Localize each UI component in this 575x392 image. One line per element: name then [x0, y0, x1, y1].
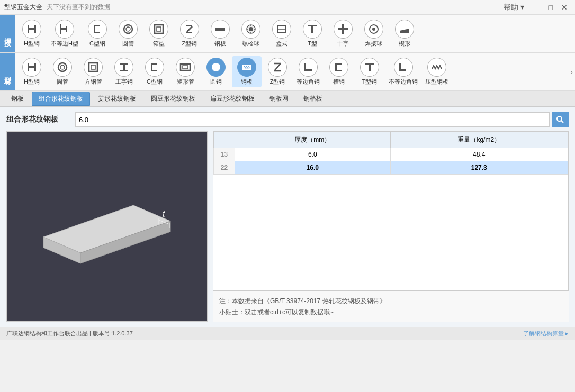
svg-rect-11 — [155, 25, 163, 33]
footer: 广联达钢结构和工作台联合出品 | 版本号:1.2.0.37 了解钢结构算量 ▸ — [0, 327, 575, 340]
svg-rect-16 — [215, 28, 225, 31]
tool-welding-c-steel[interactable]: C型钢 — [83, 18, 112, 49]
svg-rect-44 — [151, 70, 157, 71]
tool-material-unequal-angle[interactable]: 不等边角钢 — [385, 56, 421, 87]
tool-material-equal-angle[interactable]: 等边角钢 — [293, 56, 323, 87]
c-steel-icon — [88, 20, 107, 39]
search-input[interactable] — [75, 112, 550, 127]
tool-material-round-steel[interactable]: 圆钢 — [201, 56, 231, 87]
tool-material-slot-steel[interactable]: 槽钢 — [324, 56, 354, 87]
tool-welding-t-shape[interactable]: T型 — [298, 18, 327, 49]
tool-material-c-steel[interactable]: C型钢 — [140, 56, 169, 87]
svg-rect-46 — [183, 66, 188, 69]
tool-material-z-steel-label: Z型钢 — [270, 78, 285, 86]
tab-ginger-pattern[interactable]: 姜形花纹钢板 — [91, 92, 143, 106]
material-equal-angle-icon — [299, 58, 318, 77]
welding-items: H型钢 不等边H型 C型钢 圆管 箱型 — [15, 15, 575, 52]
h-beam-icon — [22, 20, 41, 39]
svg-point-30 — [372, 28, 375, 31]
tool-welding-z-steel[interactable]: Z型钢 — [175, 18, 204, 49]
tool-material-h-beam[interactable]: H型钢 — [17, 56, 47, 87]
material-items: H型钢 圆管 方钢管 工字钢 C型钢 — [15, 53, 568, 90]
note-1: 注：本数据来自《GB/T 33974-2017 热轧花纹钢板及钢带》 — [219, 296, 562, 306]
svg-rect-38 — [91, 65, 95, 69]
tool-welding-h-beam-label: H型钢 — [24, 40, 40, 48]
svg-rect-41 — [120, 70, 128, 71]
search-button[interactable] — [552, 112, 569, 127]
tool-welding-weld-ball[interactable]: 焊接球 — [359, 18, 389, 49]
svg-rect-40 — [123, 65, 125, 70]
svg-rect-13 — [186, 25, 192, 26]
scroll-right-button[interactable]: › — [568, 53, 575, 90]
tab-plate[interactable]: 钢板 — [4, 92, 31, 106]
tool-welding-plate[interactable]: 钢板 — [205, 18, 235, 49]
tool-welding-box[interactable]: 箱型 — [144, 18, 174, 49]
tool-welding-cross-label: 十字 — [337, 40, 349, 48]
svg-point-9 — [124, 25, 132, 33]
tool-material-z-steel[interactable]: Z型钢 — [263, 56, 292, 87]
tool-welding-c-steel-label: C型钢 — [89, 40, 105, 48]
material-z-steel-icon — [268, 58, 287, 77]
data-table: 厚度（mm） 重量（kg/m2） 13 6.0 48.4 22 16.0 — [213, 132, 568, 175]
search-row — [75, 112, 569, 127]
tool-material-slot-steel-label: 槽钢 — [333, 78, 345, 86]
row2-weight: 127.3 — [390, 161, 568, 175]
search-icon — [556, 115, 564, 124]
weld-ball-icon — [364, 20, 383, 39]
tool-welding-wedge[interactable]: 楔形 — [390, 18, 419, 49]
minimize-button[interactable]: — — [529, 2, 543, 13]
tool-material-rect-pipe[interactable]: 矩形管 — [170, 56, 200, 87]
tool-welding-unequal-h[interactable]: 不等边H型 — [48, 18, 82, 49]
svg-text:t: t — [163, 209, 165, 218]
tool-material-round-pipe[interactable]: 圆管 — [48, 56, 77, 87]
svg-point-36 — [60, 65, 65, 69]
row1-thickness: 6.0 — [235, 148, 391, 161]
help-button[interactable]: 帮助 ▾ — [500, 2, 527, 13]
material-c-steel-icon — [145, 58, 164, 77]
tool-welding-bolt-ball[interactable]: 螺栓球 — [236, 18, 266, 49]
row1-num: 13 — [214, 148, 235, 161]
table-row[interactable]: 13 6.0 48.4 — [214, 148, 568, 161]
material-t-steel-icon — [360, 58, 379, 77]
tab-plate-net[interactable]: 钢板网 — [263, 92, 295, 106]
tool-welding-box2[interactable]: 盒式 — [267, 18, 297, 49]
tool-material-c-steel-label: C型钢 — [147, 78, 163, 86]
tool-welding-box2-label: 盒式 — [276, 40, 288, 48]
svg-marker-31 — [400, 29, 409, 33]
tool-welding-weld-ball-label: 焊接球 — [365, 40, 382, 48]
tool-welding-h-beam[interactable]: H型钢 — [17, 18, 47, 49]
svg-rect-60 — [365, 63, 374, 65]
maximize-button[interactable]: □ — [545, 2, 556, 13]
tool-welding-unequal-h-label: 不等边H型 — [51, 40, 78, 48]
svg-rect-34 — [34, 63, 36, 71]
tool-welding-cross[interactable]: 十字 — [328, 18, 358, 49]
tool-material-plate[interactable]: 钢板 — [232, 56, 262, 87]
tool-material-square-pipe[interactable]: 方钢管 — [78, 56, 108, 87]
tool-material-press-plate[interactable]: 压型钢板 — [422, 56, 452, 87]
svg-line-15 — [187, 26, 192, 32]
footer-right[interactable]: 了解钢结构算量 ▸ — [523, 330, 569, 338]
notes-area: 注：本数据来自《GB/T 33974-2017 热轧花纹钢板及钢带》 小贴士：双… — [213, 291, 569, 322]
welding-label: 焊接 — [0, 15, 15, 52]
tab-grid-plate[interactable]: 钢格板 — [297, 92, 329, 106]
content-body: t 厚度（mm） 重量（kg/m2） — [6, 131, 569, 322]
tab-flat-bean-pattern[interactable]: 扁豆形花纹钢板 — [203, 92, 262, 106]
title-bar: 型钢五金大全 天下没有查不到的数据 帮助 ▾ — □ ✕ — [0, 0, 575, 15]
tool-welding-plate-label: 钢板 — [214, 40, 226, 48]
tab-combo-pattern[interactable]: 组合形花纹钢板 — [32, 92, 90, 106]
svg-marker-56 — [304, 69, 312, 71]
tool-material-t-steel[interactable]: T型钢 — [355, 56, 384, 87]
tool-material-i-beam[interactable]: 工字钢 — [109, 56, 139, 87]
close-button[interactable]: ✕ — [558, 2, 571, 13]
tool-material-plate-label: 钢板 — [241, 78, 253, 86]
wedge-icon — [395, 20, 414, 39]
tool-material-h-beam-label: H型钢 — [24, 78, 40, 86]
tab-round-pattern[interactable]: 圆豆形花纹钢板 — [144, 92, 202, 106]
t-shape-icon — [303, 20, 322, 39]
tool-welding-round-pipe[interactable]: 圆管 — [113, 18, 143, 49]
content-header: 组合形花纹钢板 — [6, 112, 569, 127]
unequal-h-icon — [55, 20, 74, 39]
material-slot-steel-icon — [329, 58, 348, 77]
table-row[interactable]: 22 16.0 127.3 — [214, 161, 568, 175]
svg-rect-39 — [120, 63, 128, 65]
